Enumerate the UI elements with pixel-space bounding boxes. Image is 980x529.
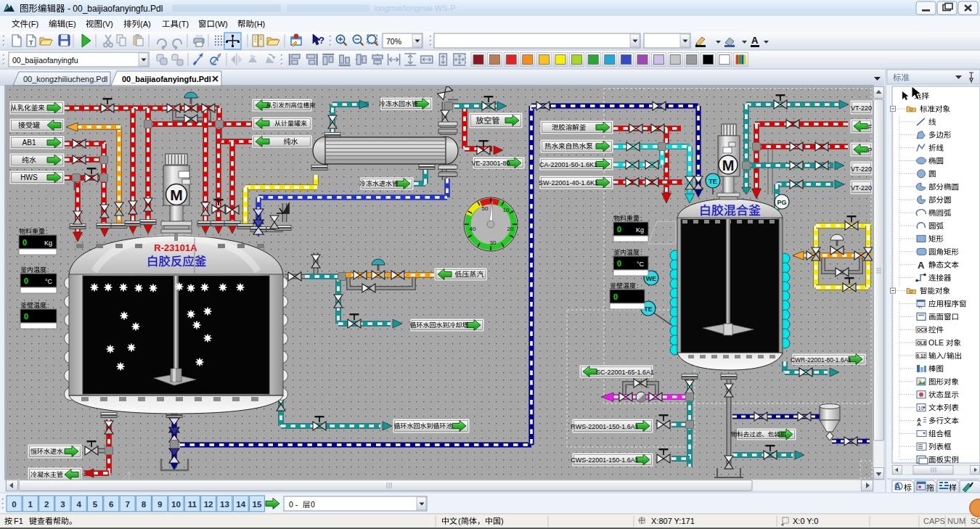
svg-text:M: M: [170, 186, 183, 203]
svg-text:CWS-22001-150-1.6A1: CWS-22001-150-1.6A1: [571, 456, 639, 464]
svg-text::: :: [637, 282, 639, 290]
svg-text:50: 50: [482, 205, 489, 212]
svg-text:OLE: OLE: [917, 340, 927, 345]
svg-text:longmai/longmai-WS-P: longmai/longmai-WS-P: [374, 4, 455, 12]
svg-text:Kg: Kg: [636, 226, 644, 234]
svg-text:0 -: 0 -: [289, 500, 298, 509]
svg-text:X:807 Y:171: X:807 Y:171: [651, 517, 695, 525]
svg-text:0.12: 0.12: [917, 353, 926, 358]
svg-text:TE: TE: [709, 178, 717, 185]
svg-text:A: A: [918, 260, 925, 271]
svg-text:(V): (V): [102, 20, 113, 28]
svg-text:0: 0: [24, 276, 28, 285]
svg-text:70%: 70%: [386, 37, 401, 46]
svg-text:2: 2: [44, 500, 49, 509]
svg-text:SC: SC: [971, 517, 980, 525]
svg-text:- 00_baijiaofanyingfu.Pdl: - 00_baijiaofanyingfu.Pdl: [68, 4, 163, 14]
svg-text:T: T: [29, 39, 33, 46]
svg-text:(T): (T): [179, 20, 189, 28]
svg-text:M: M: [722, 157, 735, 173]
svg-text:TE: TE: [644, 305, 653, 313]
svg-text:Kg: Kg: [44, 239, 52, 247]
svg-text:0: 0: [12, 500, 16, 509]
svg-text:8: 8: [142, 500, 147, 509]
svg-text:10: 10: [503, 207, 510, 213]
svg-text:6: 6: [109, 500, 113, 509]
svg-text:0: 0: [311, 500, 315, 509]
svg-text::: :: [47, 266, 49, 274]
svg-text:0: 0: [617, 225, 621, 234]
svg-text:0: 0: [617, 259, 621, 268]
svg-text:HWS: HWS: [20, 173, 38, 181]
svg-text:10: 10: [171, 500, 181, 509]
svg-text:RWS-22001-150-1.6A1: RWS-22001-150-1.6A1: [571, 423, 638, 430]
svg-text:PG: PG: [777, 199, 786, 206]
svg-text:VT-220: VT-220: [851, 184, 872, 192]
svg-text:°C: °C: [45, 278, 53, 285]
svg-text:12: 12: [204, 500, 213, 509]
svg-text:X:0 Y:0: X:0 Y:0: [793, 517, 818, 525]
svg-text:00_kongzhiliucheng.Pdl: 00_kongzhiliucheng.Pdl: [23, 75, 107, 83]
svg-text:5: 5: [93, 500, 98, 509]
svg-text:0: 0: [613, 292, 618, 301]
svg-text:F: F: [868, 123, 873, 131]
svg-text:30: 30: [490, 239, 497, 246]
svg-text:CAPS: CAPS: [923, 517, 945, 525]
svg-text:(E): (E): [65, 20, 76, 28]
svg-text:7: 7: [125, 500, 129, 509]
svg-text:4: 4: [76, 500, 81, 509]
svg-text:3: 3: [60, 500, 65, 509]
svg-text:CA-22001-50-1.6K1: CA-22001-50-1.6K1: [539, 161, 597, 168]
svg-text:VT-220: VT-220: [851, 104, 872, 112]
svg-text:00_baijiaofanyingfu.Pdl: 00_baijiaofanyingfu.Pdl: [122, 75, 211, 83]
svg-text:F1: F1: [14, 517, 23, 525]
svg-text::: :: [640, 249, 642, 256]
svg-text:(H): (H): [254, 20, 265, 28]
svg-text:9: 9: [158, 500, 162, 509]
svg-text:A: A: [751, 35, 759, 46]
svg-text:(F): (F): [28, 20, 38, 28]
svg-text:20: 20: [507, 226, 514, 232]
svg-text:VE-23001-80: VE-23001-80: [471, 160, 510, 167]
svg-text:AB1: AB1: [23, 139, 36, 147]
svg-text:10: 10: [918, 406, 924, 411]
svg-text:OLE: OLE: [928, 338, 944, 347]
svg-text:OCX: OCX: [917, 327, 928, 332]
svg-text::: :: [46, 228, 48, 235]
svg-text:13: 13: [220, 500, 229, 509]
svg-text:°C: °C: [637, 261, 645, 268]
svg-text:R-23101A: R-23101A: [154, 242, 197, 253]
svg-text:14: 14: [236, 500, 245, 509]
svg-text:40: 40: [470, 226, 476, 232]
svg-text:(: (: [458, 517, 461, 525]
svg-text:VT-220: VT-220: [851, 165, 872, 173]
svg-text:0: 0: [23, 238, 27, 247]
svg-text:SC-22001-65-1.6A1: SC-22001-65-1.6A1: [596, 369, 654, 376]
svg-text::: :: [47, 302, 49, 309]
svg-text:P: P: [867, 147, 872, 154]
svg-text:00_baijiaofanyingfu: 00_baijiaofanyingfu: [12, 56, 78, 65]
svg-text:1: 1: [28, 500, 33, 509]
svg-text:(W): (W): [215, 20, 228, 28]
svg-text:0: 0: [24, 312, 28, 321]
svg-text:CWR-22001-80-1.6A1: CWR-22001-80-1.6A1: [791, 356, 852, 364]
svg-text:(A): (A): [140, 20, 151, 28]
svg-text:): ): [501, 517, 504, 525]
svg-text:15: 15: [253, 500, 262, 509]
svg-text:11: 11: [188, 500, 197, 509]
svg-text:SW-22001-40-1.6K1: SW-22001-40-1.6K1: [539, 179, 598, 186]
svg-text:A: A: [917, 421, 921, 427]
svg-text:NUM: NUM: [947, 517, 965, 525]
svg-text:/: /: [944, 351, 946, 360]
svg-text:?: ?: [319, 35, 324, 46]
svg-text::: :: [640, 215, 642, 222]
